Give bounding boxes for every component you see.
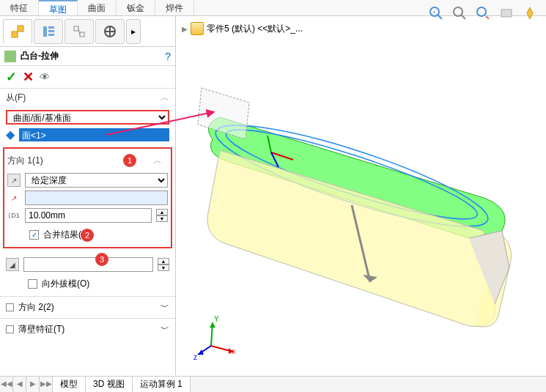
help-icon[interactable]: ? — [165, 51, 171, 62]
part-icon — [191, 22, 204, 35]
cancel-button[interactable]: ✕ — [23, 69, 34, 85]
config-manager-tab[interactable] — [64, 19, 94, 44]
from-header[interactable]: 从(F) ︿ — [0, 89, 175, 107]
view-triad[interactable]: x Y z — [196, 317, 240, 360]
spin-up-icon[interactable]: ▲ — [156, 209, 168, 215]
tab-nav: ◀◀ ◀ ▶ ▶▶ — [0, 377, 53, 392]
callout-2: 2 — [81, 229, 94, 242]
section-view-icon[interactable] — [498, 4, 515, 22]
chevron-down-icon[interactable]: ﹀ — [161, 301, 169, 314]
svg-marker-29 — [210, 322, 215, 328]
extrude-icon — [4, 51, 16, 62]
tab-nav-next[interactable]: ▶ — [26, 377, 40, 392]
property-manager-tab[interactable] — [34, 19, 63, 44]
spin-down-icon[interactable]: ▼ — [158, 265, 169, 271]
reverse-direction-icon[interactable]: ↗ — [7, 174, 21, 187]
svg-point-5 — [477, 7, 486, 16]
svg-rect-14 — [80, 32, 84, 37]
direction2-label: 方向 2(2) — [18, 301, 54, 314]
direction1-label: 方向 1(1) — [7, 155, 43, 167]
draft-angle-input[interactable] — [23, 257, 153, 272]
bottom-tab-motion[interactable]: 运动算例 1 — [133, 377, 191, 392]
bottom-tab-model[interactable]: 模型 — [53, 377, 86, 392]
depth-spinner[interactable]: ▲ ▼ — [156, 209, 168, 222]
draft-spinner[interactable]: ▲ ▼ — [158, 258, 169, 271]
dimxpert-tab[interactable] — [95, 19, 125, 44]
axis-z-label: z — [193, 353, 197, 361]
axis-y-label: Y — [214, 315, 219, 323]
axis-x-label: x — [232, 347, 235, 355]
svg-line-4 — [461, 15, 465, 19]
svg-text:+: + — [432, 9, 436, 15]
feature-title: 凸台-拉伸 — [21, 50, 165, 62]
ribbon-tab-surface[interactable]: 曲面 — [78, 0, 117, 15]
callout-1: 1 — [123, 154, 136, 167]
from-selection-field[interactable]: 面<1> — [19, 128, 169, 141]
depth-icon: ⟨D1 — [7, 209, 21, 222]
tab-nav-prev[interactable]: ◀ — [13, 377, 26, 392]
feature-title-row: 凸台-拉伸 ? — [0, 47, 175, 66]
svg-rect-10 — [48, 26, 54, 29]
selection-diamond-icon: ◆ — [6, 127, 15, 141]
svg-rect-11 — [48, 30, 54, 32]
thinfeature-label: 薄壁特征(T) — [18, 323, 64, 336]
panel-tabs: ▸ — [0, 16, 175, 47]
direction2-section-header[interactable]: 方向 2(2) ﹀ — [0, 296, 175, 318]
thinfeature-section-header[interactable]: 薄壁特征(T) ﹀ — [0, 318, 175, 340]
draft-icon[interactable]: ◢ — [6, 258, 19, 271]
svg-rect-13 — [74, 26, 78, 31]
ribbon-tab-weldment[interactable]: 焊件 — [155, 0, 194, 15]
ok-button[interactable]: ✓ — [6, 69, 17, 85]
svg-rect-8 — [18, 26, 23, 32]
expand-checkbox[interactable] — [6, 303, 14, 311]
direction-arrow-icon: ↗ — [7, 191, 21, 204]
svg-line-15 — [78, 29, 80, 34]
end-condition-dropdown[interactable]: 给定深度 — [25, 173, 168, 188]
svg-rect-12 — [48, 34, 54, 36]
from-label: 从(F) — [6, 92, 26, 104]
from-section: 从(F) ︿ 曲面/面/基准面 ◆ 面<1> — [0, 88, 175, 144]
callout-3: 3 — [95, 253, 108, 266]
property-manager-panel: ▸ 凸台-拉伸 ? ✓ ✕ 👁 从(F) ︿ 曲面/面/基准面 ◆ 面<1> 方… — [0, 16, 176, 375]
bottom-tabs: ◀◀ ◀ ▶ ▶▶ 模型 3D 视图 运动算例 1 — [0, 376, 546, 392]
collapse-icon[interactable]: ︿ — [153, 155, 162, 167]
spin-up-icon[interactable]: ▲ — [158, 258, 169, 265]
direction-selection-field[interactable] — [25, 191, 168, 205]
bottom-tab-3dview[interactable]: 3D 视图 — [86, 377, 133, 392]
zoom-fit-icon[interactable]: + — [427, 4, 445, 22]
breadcrumb: ▶ 零件5 (默认) <<默认>_... — [182, 22, 303, 35]
depth-input[interactable] — [25, 208, 152, 223]
display-style-icon[interactable] — [521, 4, 539, 22]
preview-icon[interactable]: 👁 — [40, 71, 50, 83]
spin-down-icon[interactable]: ▼ — [156, 215, 168, 222]
svg-rect-6 — [501, 10, 512, 17]
ribbon-tab-sheetmetal[interactable]: 钣金 — [117, 0, 155, 15]
tab-nav-first[interactable]: ◀◀ — [0, 377, 13, 392]
confirm-row: ✓ ✕ 👁 — [0, 66, 175, 88]
breadcrumb-arrow-icon: ▶ — [182, 25, 188, 33]
expand-checkbox[interactable] — [6, 325, 14, 333]
svg-rect-7 — [12, 32, 18, 37]
view-toolbar: + — [427, 4, 539, 22]
breadcrumb-part-name[interactable]: 零件5 (默认) <<默认>_... — [207, 23, 303, 35]
collapse-icon[interactable]: ︿ — [161, 92, 169, 104]
chevron-down-icon[interactable]: ﹀ — [161, 323, 169, 336]
merge-checkbox[interactable]: ✓ — [29, 230, 39, 240]
draft-outward-label: 向外拔模(O) — [42, 278, 89, 290]
zoom-area-icon[interactable] — [451, 4, 468, 22]
tab-overflow[interactable]: ▸ — [126, 19, 141, 44]
tab-nav-last[interactable]: ▶▶ — [40, 377, 53, 392]
from-condition-dropdown[interactable]: 曲面/面/基准面 — [6, 110, 169, 125]
svg-line-1 — [438, 15, 442, 19]
feature-manager-tab[interactable] — [3, 19, 32, 44]
ribbon-tab-sketch[interactable]: 草图 — [39, 0, 78, 15]
svg-rect-9 — [43, 26, 47, 37]
ribbon-tab-feature[interactable]: 特征 — [0, 0, 39, 15]
previous-view-icon[interactable] — [474, 4, 492, 22]
draft-outward-checkbox[interactable] — [28, 279, 37, 289]
